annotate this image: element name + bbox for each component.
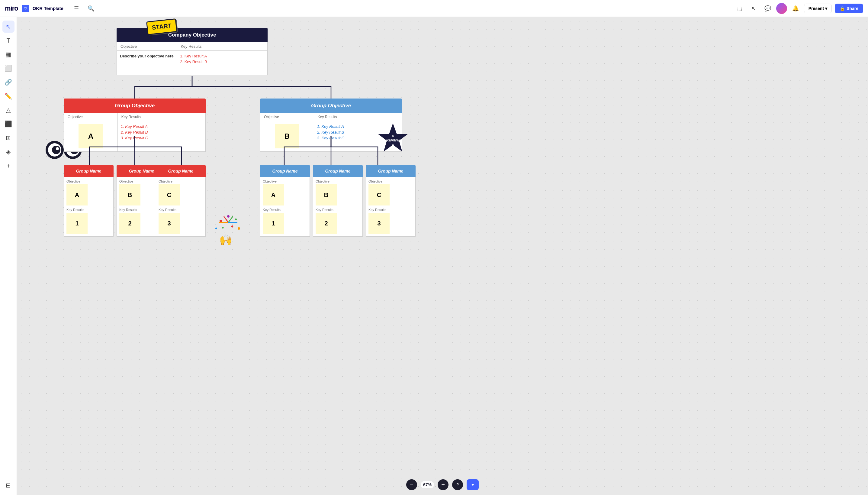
left-sub3-kr-label: Key Results [159,208,203,211]
left-kr-label: Key Results [118,113,206,121]
right-sub2-kr-label: Key Results [316,208,360,211]
sidebar-add-tool[interactable]: ＋ [2,159,15,172]
company-kr-1: 1. Key Result A [180,54,264,58]
topbar: miro 🛡 OKR Template ☰ 🔍 ⬚ ↖ 💬 🔔 Present … [0,0,868,17]
right-sub2-header[interactable]: Group Name [313,165,363,177]
right-sub1-sticky: A [263,184,284,205]
right-sub3-kr-note: 3 [369,213,390,234]
company-kr-col: 1. Key Result A 2. Key Result B [177,51,267,75]
sidebar-grid-tool[interactable]: ⊞ [2,132,15,144]
sidebar-cursor-tool[interactable]: ↖ [2,20,15,33]
svg-point-17 [219,220,222,222]
left-group-kr-col: 1. Key Result A 2. Key Result B 3. Key R… [118,121,206,151]
right-sub2-sticky: B [316,184,337,205]
right-sub2-obj-label: Objective [316,180,360,183]
left-kr-2: 2. Key Result B [121,130,202,135]
divider [67,4,67,13]
share-button[interactable]: 🔒 Share [835,4,863,13]
magic-button[interactable]: ✦ [467,479,479,490]
left-sub1-sticky: A [67,184,88,205]
left-sub2-kr-note: 2 [119,213,140,234]
left-sub3-obj-label: Objective [159,180,203,183]
svg-text:🙌: 🙌 [219,234,233,246]
board-title: OKR Template [33,6,64,11]
start-sticker: START [147,20,177,39]
right-sub3-kr-label: Key Results [369,208,413,211]
top-right-actions: ⬚ ↖ 💬 🔔 Present ▾ 🔒 Share [734,3,863,14]
right-kr-label: Key Results [314,113,402,121]
svg-rect-22 [231,225,233,227]
celebration-sticker: 🙌 [210,214,246,251]
company-obj-col: Describe your objective here [117,51,177,75]
left-obj-label: Objective [64,113,118,121]
left-sub1-header[interactable]: Group Name [64,165,113,177]
svg-text:👁: 👁 [392,135,394,138]
svg-rect-23 [222,227,224,229]
right-subgroup-1: Group Name Objective A Key Results 1 [260,165,310,237]
sidebar-panels-tool[interactable]: ⊟ [2,479,15,491]
sidebar-shapes-tool[interactable]: △ [2,104,15,116]
right-sub1-body: Objective A Key Results 1 [260,177,310,237]
objective-desc: Describe your objective here [120,54,174,58]
left-group-table-header: Objective Key Results [64,113,206,121]
svg-text:REVIEW: REVIEW [386,138,400,142]
left-group-obj-header: Group Objective [64,99,206,113]
notifications-button[interactable]: 🔔 [790,3,801,14]
svg-text:👁: 👁 [392,143,394,146]
user-avatar [776,3,787,14]
left-sub1-kr-note: 1 [67,213,88,234]
shield-icon: 🛡 [22,5,29,12]
connector-lines [17,17,742,495]
right-group-obj-header: Group Objective [260,99,402,113]
right-sub1-kr-label: Key Results [263,208,307,211]
sidebar-frame-tool[interactable]: ⬛ [2,118,15,130]
comment-tool-button[interactable]: 💬 [762,3,773,14]
left-group-objective: Group Objective Objective Key Results A … [64,99,206,152]
sidebar-sticky-tool[interactable]: ⬜ [2,62,15,74]
zoom-in-button[interactable]: + [438,479,448,490]
right-subgroup-2: Group Name Objective B Key Results 2 [313,165,363,237]
search-button[interactable]: 🔍 [86,3,96,14]
svg-point-18 [235,219,237,220]
right-sub3-obj-label: Objective [369,180,413,183]
miro-logo: miro [5,4,18,12]
right-obj-label: Objective [260,113,314,121]
left-sub3-kr-note: 3 [159,213,180,234]
left-sub1-body: Objective A Key Results 1 [64,177,113,237]
zoom-level: 67% [421,481,434,488]
company-kr-2: 2. Key Result B [180,59,264,64]
left-subgroup-1: Group Name Objective A Key Results 1 [64,165,113,237]
sidebar-plugins-tool[interactable]: ◈ [2,146,15,158]
left-sub2-sticky: B [119,184,140,205]
right-sticky-b: B [275,124,299,148]
left-kr-1: 1. Key Result A [121,124,202,129]
left-sub3-sticky: C [159,184,180,205]
cursor-tool-button[interactable]: ↖ [748,3,759,14]
right-sub1-header[interactable]: Group Name [260,165,310,177]
left-sub3-body: Objective C Key Results 3 [156,177,206,237]
sidebar-pen-tool[interactable]: ✏️ [2,90,15,102]
left-sticky-a: A [78,124,103,148]
right-sub1-obj-label: Objective [263,180,307,183]
sidebar-link-tool[interactable]: 🔗 [2,76,15,88]
left-sub3-header[interactable]: Group Name [156,165,206,177]
help-button[interactable]: ? [452,479,463,490]
company-objective: Company Objective Objective Key Results … [117,28,268,75]
left-group-sticky: A [64,121,118,151]
svg-point-20 [215,227,217,229]
menu-button[interactable]: ☰ [71,3,82,14]
present-button[interactable]: Present ▾ [804,4,832,13]
sidebar-table-tool[interactable]: ▦ [2,48,15,61]
company-table-header: Objective Key Results [117,42,267,51]
left-group-table-body: A 1. Key Result A 2. Key Result B 3. Key… [64,121,206,151]
select-tool-button[interactable]: ⬚ [734,3,745,14]
left-group-obj-table: Objective Key Results A 1. Key Result A … [64,113,206,152]
company-obj-table: Objective Key Results Describe your obje… [117,42,268,75]
svg-point-19 [238,227,240,230]
sidebar-text-tool[interactable]: T [2,34,15,47]
right-group-table-header: Objective Key Results [260,113,402,121]
company-table-body: Describe your objective here 1. Key Resu… [117,51,267,75]
right-sub3-header[interactable]: Group Name [366,165,415,177]
company-obj-header: Company Objective [117,28,268,42]
zoom-out-button[interactable]: − [406,479,417,490]
